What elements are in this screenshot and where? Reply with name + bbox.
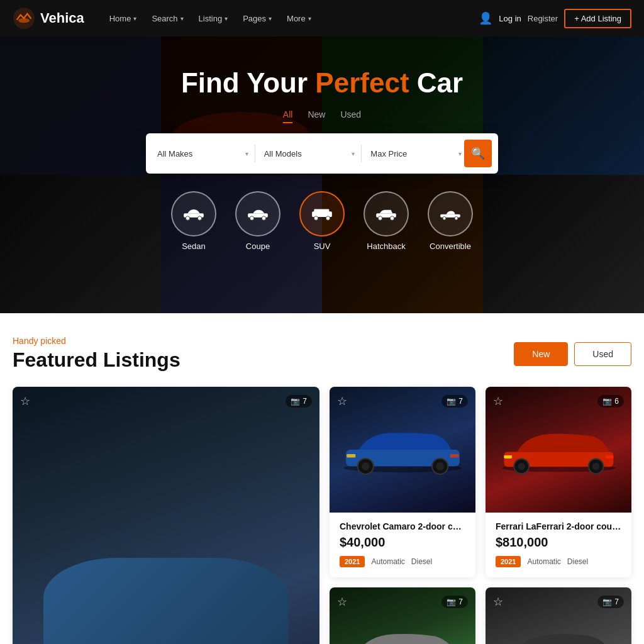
car-type-circle-suv <box>299 191 345 236</box>
featured-tab-new[interactable]: New <box>514 342 568 366</box>
divider <box>361 145 362 162</box>
favorite-icon-camaro[interactable]: ☆ <box>337 394 347 408</box>
svg-point-22 <box>75 639 107 644</box>
user-icon[interactable]: 👤 <box>479 11 492 25</box>
listing-info-ferrari: Ferrari LaFerrari 2-door coupe red $810,… <box>486 513 631 577</box>
hero-tabs: All New Used <box>0 109 644 123</box>
svg-rect-9 <box>314 209 329 213</box>
nav-item-search[interactable]: Search ▾ <box>145 10 189 27</box>
image-count-mercedes: 📷 7 <box>597 596 624 608</box>
hero-section: Find Your Perfect Car All New Used All M… <box>0 36 644 313</box>
register-button[interactable]: Register <box>528 14 558 23</box>
car-type-label-hatchback: Hatchback <box>367 242 405 251</box>
year-badge-ferrari: 2021 <box>496 556 521 567</box>
svg-rect-37 <box>347 454 355 458</box>
models-select-wrapper: All Models ▾ <box>259 147 358 161</box>
hero-tab-used[interactable]: Used <box>340 109 361 123</box>
add-listing-button[interactable]: + Add Listing <box>564 9 631 28</box>
svg-rect-38 <box>450 454 458 458</box>
favorite-icon-ferrari[interactable]: ☆ <box>493 394 503 408</box>
featured-header: Handy picked Featured Listings New Used <box>13 336 631 372</box>
makes-select-wrapper: All Makes ▾ <box>152 147 251 161</box>
chevron-down-icon: ▾ <box>133 15 136 22</box>
camera-icon: 📷 <box>602 597 612 606</box>
svg-point-16 <box>443 217 446 220</box>
car-type-sedan[interactable]: Sedan <box>171 191 216 251</box>
listings-grid: ☆ 📷 7 BMW 8-serie 2-door coupe grey <box>13 387 631 644</box>
car-type-hatchback[interactable]: Hatchback <box>364 191 409 251</box>
nav-item-listing[interactable]: Listing ▾ <box>192 10 235 27</box>
models-select[interactable]: All Models <box>259 147 358 161</box>
listing-name-camaro: Chevrolet Camaro 2-door conve... <box>340 521 465 531</box>
camera-icon: 📷 <box>602 397 612 406</box>
car-type-circle-convertible <box>428 191 473 236</box>
hero-tab-new[interactable]: New <box>308 109 325 123</box>
nav-item-pages[interactable]: Pages ▾ <box>236 10 278 27</box>
listing-price-ferrari: $810,000 <box>496 535 621 550</box>
car-type-suv[interactable]: SUV <box>299 191 345 251</box>
listing-card-audi[interactable]: ☆ 📷 7 Audi A8 4-door sedan silver $70,00… <box>330 587 475 644</box>
search-bar: All Makes ▾ All Models ▾ Max Price ▾ 🔍 <box>146 133 498 174</box>
car-type-coupe[interactable]: Coupe <box>235 191 280 251</box>
svg-point-44 <box>592 463 599 470</box>
hero-tab-all[interactable]: All <box>283 109 293 123</box>
nav-links: Home ▾ Search ▾ Listing ▾ Pages ▾ More ▾ <box>103 10 479 27</box>
svg-rect-46 <box>605 455 613 458</box>
search-button[interactable]: 🔍 <box>464 140 492 167</box>
listing-image-ferrari: ☆ 📷 6 <box>486 387 631 513</box>
svg-point-1 <box>18 18 30 23</box>
listing-badges-camaro: 2021 Automatic Diesel <box>340 556 465 567</box>
handpicked-label: Handy picked <box>13 336 180 346</box>
favorite-icon-mercedes[interactable]: ☆ <box>493 595 503 609</box>
car-type-label-sedan: Sedan <box>182 242 206 251</box>
svg-point-36 <box>436 462 444 470</box>
listing-card-ferrari[interactable]: ☆ 📷 6 Ferrari LaFerrari 2-door coupe red… <box>486 387 631 577</box>
login-button[interactable]: Log in <box>499 14 521 23</box>
listing-name-ferrari: Ferrari LaFerrari 2-door coupe red <box>496 521 621 531</box>
svg-point-6 <box>250 216 253 220</box>
card-icons-ferrari: ☆ 📷 6 <box>493 394 624 408</box>
camera-icon: 📷 <box>291 397 300 406</box>
featured-title: Featured Listings <box>13 348 180 372</box>
featured-tab-used[interactable]: Used <box>574 342 631 366</box>
chevron-down-icon: ▾ <box>308 15 311 22</box>
svg-rect-27 <box>270 632 287 638</box>
listing-card-mercedes[interactable]: ☆ 📷 7 Mercedes-Benz S-class 2-door ... $… <box>486 587 631 644</box>
card-icons-bmw: ☆ 📷 7 <box>20 394 312 408</box>
car-type-convertible[interactable]: Convertible <box>428 191 473 251</box>
price-select-wrapper: Max Price ▾ <box>365 147 464 161</box>
transmission-badge-camaro: Automatic <box>371 557 404 566</box>
image-count-camaro: 📷 7 <box>441 395 468 408</box>
image-count-ferrari: 📷 6 <box>597 395 624 408</box>
listing-image-audi: ☆ 📷 7 <box>330 587 475 644</box>
car-type-circle-hatchback <box>364 191 409 236</box>
car-type-circle-coupe <box>235 191 280 236</box>
svg-point-4 <box>197 216 201 220</box>
favorite-icon-bmw[interactable]: ☆ <box>20 394 30 408</box>
image-count-audi: 📷 7 <box>441 596 468 608</box>
svg-point-42 <box>518 463 525 470</box>
listing-card-camaro[interactable]: ☆ 📷 7 Chevrolet Camaro 2-door conve... $… <box>330 387 475 577</box>
svg-rect-26 <box>45 632 62 638</box>
makes-select[interactable]: All Makes <box>152 147 251 161</box>
car-type-label-suv: SUV <box>314 242 331 251</box>
listing-price-camaro: $40,000 <box>340 535 465 550</box>
car-types: Sedan Coupe SUV <box>171 191 473 251</box>
divider <box>255 145 255 162</box>
svg-point-13 <box>378 216 382 220</box>
nav-item-home[interactable]: Home ▾ <box>103 10 143 27</box>
svg-point-24 <box>225 639 257 644</box>
listing-image-camaro: ☆ 📷 7 <box>330 387 475 513</box>
svg-point-7 <box>262 216 265 220</box>
listing-card-bmw[interactable]: ☆ 📷 7 BMW 8-serie 2-door coupe grey <box>13 387 319 644</box>
svg-point-3 <box>186 216 189 220</box>
svg-point-10 <box>314 216 318 220</box>
brand-logo[interactable]: Vehica <box>13 7 84 30</box>
card-icons-mercedes: ☆ 📷 7 <box>493 595 624 609</box>
favorite-icon-audi[interactable]: ☆ <box>337 595 347 609</box>
camera-icon: 📷 <box>447 397 456 406</box>
chevron-down-icon: ▾ <box>180 15 184 22</box>
chevron-down-icon: ▾ <box>225 15 228 22</box>
nav-item-more[interactable]: More ▾ <box>280 10 318 27</box>
price-select[interactable]: Max Price <box>365 147 464 161</box>
